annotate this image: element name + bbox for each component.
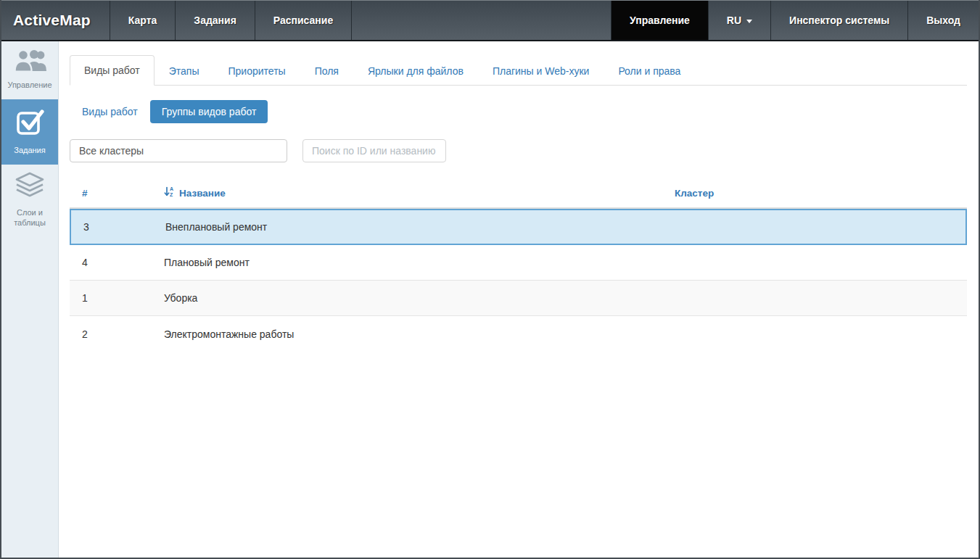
tab-priorities[interactable]: Приоритеты xyxy=(214,56,300,86)
search-input[interactable] xyxy=(302,139,446,162)
chevron-down-icon xyxy=(746,20,752,23)
nav-item-logout[interactable]: Выход xyxy=(907,1,979,40)
checkbox-check-icon xyxy=(15,107,45,140)
top-nav-left: Карта Задания Расписание xyxy=(110,1,352,40)
tab-plugins-webhooks[interactable]: Плагины и Web-хуки xyxy=(478,56,604,86)
cluster-filter-input[interactable] xyxy=(70,139,287,162)
tab-file-labels[interactable]: Ярлыки для файлов xyxy=(353,56,478,86)
cell-id: 1 xyxy=(70,292,152,304)
nav-item-system-inspector[interactable]: Инспектор системы xyxy=(770,1,907,40)
sidebar-item-management[interactable]: Управление xyxy=(1,41,58,99)
layers-icon xyxy=(14,172,46,202)
top-nav-right: Управление RU Инспектор системы Выход xyxy=(611,1,979,40)
left-sidebar: Управление Задания xyxy=(1,41,59,558)
column-header-cluster[interactable]: Кластер xyxy=(662,188,967,199)
sidebar-item-label: Управление xyxy=(7,80,52,91)
app-logo: ActiveMap xyxy=(1,1,110,40)
settings-tab-bar: Виды работ Этапы Приоритеты Поля Ярлыки … xyxy=(70,55,967,86)
nav-item-tasks[interactable]: Задания xyxy=(175,1,254,40)
language-dropdown[interactable]: RU xyxy=(708,1,770,40)
table-header: # A Z Название xyxy=(70,178,967,209)
svg-text:Z: Z xyxy=(170,192,173,197)
sidebar-item-label: Задания xyxy=(14,146,45,156)
cell-name: Уборка xyxy=(152,292,662,304)
subtab-work-types[interactable]: Виды работ xyxy=(70,100,150,123)
cell-id: 2 xyxy=(70,328,152,340)
table-row[interactable]: 3 Внеплановый ремонт xyxy=(70,209,967,245)
sidebar-item-layers-tables[interactable]: Слои и таблицы xyxy=(1,165,58,237)
table-row[interactable]: 2 Электромонтажные работы xyxy=(70,316,967,352)
nav-item-management[interactable]: Управление xyxy=(611,1,708,40)
top-navigation-bar: ActiveMap Карта Задания Расписание Управ… xyxy=(1,0,979,41)
sidebar-item-tasks[interactable]: Задания xyxy=(1,99,58,165)
table-row[interactable]: 4 Плановый ремонт xyxy=(70,245,967,281)
app-window: ActiveMap Карта Задания Расписание Управ… xyxy=(0,0,980,559)
cell-name: Электромонтажные работы xyxy=(152,328,662,340)
work-type-groups-table: # A Z Название xyxy=(70,178,967,352)
table-row[interactable]: 1 Уборка xyxy=(70,281,967,316)
cell-id: 4 xyxy=(70,257,152,268)
cell-name: Плановый ремонт xyxy=(152,257,662,268)
sort-alpha-desc-icon[interactable]: A Z xyxy=(164,186,175,199)
svg-text:A: A xyxy=(170,186,173,191)
users-icon xyxy=(13,49,46,75)
tab-work-types[interactable]: Виды работ xyxy=(70,55,155,86)
cell-name: Внеплановый ремонт xyxy=(153,221,664,233)
main-content: Виды работ Этапы Приоритеты Поля Ярлыки … xyxy=(59,41,979,558)
filter-bar xyxy=(70,139,967,162)
tab-stages[interactable]: Этапы xyxy=(155,56,214,86)
nav-item-schedule[interactable]: Расписание xyxy=(255,1,352,40)
column-header-number[interactable]: # xyxy=(70,188,152,199)
tab-roles-permissions[interactable]: Роли и права xyxy=(604,56,695,86)
sidebar-item-label: Слои и таблицы xyxy=(4,208,55,228)
subtab-bar: Виды работ Группы видов работ xyxy=(70,100,967,123)
nav-item-map[interactable]: Карта xyxy=(110,1,176,40)
cell-id: 3 xyxy=(71,221,153,233)
subtab-work-type-groups[interactable]: Группы видов работ xyxy=(150,100,268,123)
tab-fields[interactable]: Поля xyxy=(300,56,353,86)
column-header-name[interactable]: A Z Название xyxy=(152,186,662,199)
